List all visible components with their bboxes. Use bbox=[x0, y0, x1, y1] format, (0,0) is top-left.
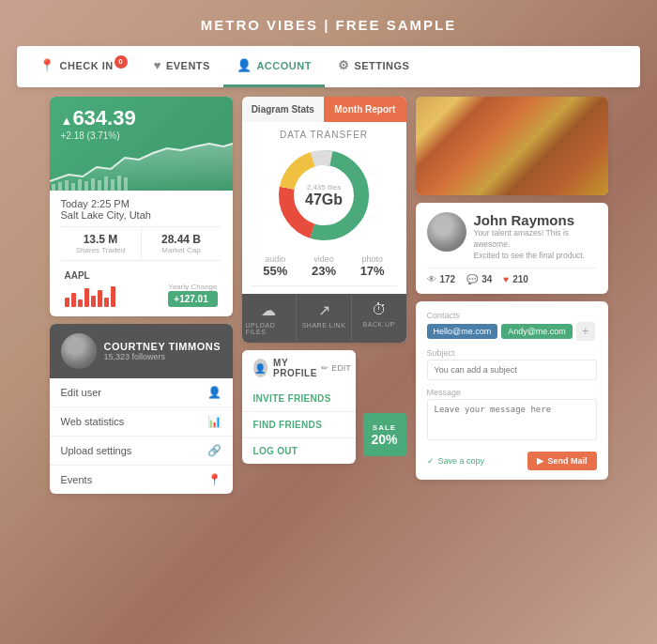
tabs-card: Diagram Stats Month Report DATA TRANSFER bbox=[242, 97, 406, 343]
svg-rect-9 bbox=[104, 176, 108, 191]
stock-price: ▲634.39 bbox=[61, 106, 222, 130]
contacts-row: Hello@me.com Andy@me.com + bbox=[427, 322, 597, 341]
profile-header: 👤 MY PROFILE ✏ EDIT bbox=[242, 350, 356, 386]
nav-item-checkin[interactable]: 📍 CHECK IN 0 bbox=[26, 46, 141, 87]
action-buttons: ☁ UPLOAD FILES ↗ SHARE LINK ⏱ BACK UP bbox=[242, 294, 406, 343]
stock-location: Today 2:25 PM Salt Lake City, Utah bbox=[61, 198, 222, 221]
contact-tag-andy[interactable]: Andy@me.com bbox=[501, 324, 573, 339]
stock-bar-area: AAPL Yearly Change bbox=[61, 268, 222, 309]
stock-metric-cap: 28.44 B Market Cap bbox=[142, 227, 222, 260]
yearly-change: +127.01 bbox=[168, 291, 217, 307]
svg-rect-12 bbox=[124, 177, 128, 191]
add-contact-button[interactable]: + bbox=[576, 322, 595, 341]
mid-bottom: 👤 MY PROFILE ✏ EDIT INVITE FRIENDS FIND … bbox=[242, 350, 406, 464]
menu-upload-settings[interactable]: Upload settings 🔗 bbox=[50, 437, 233, 466]
svg-rect-3 bbox=[65, 180, 69, 191]
chart-svg bbox=[50, 139, 233, 191]
john-avatar bbox=[427, 212, 466, 252]
profile-card: 👤 MY PROFILE ✏ EDIT INVITE FRIENDS FIND … bbox=[242, 350, 356, 464]
tab-diagram-stats[interactable]: Diagram Stats bbox=[242, 97, 325, 122]
menu-web-statistics[interactable]: Web statistics 📊 bbox=[50, 407, 233, 437]
nav-label-events: EVENTS bbox=[166, 60, 210, 71]
svg-rect-2 bbox=[58, 182, 62, 191]
find-friends-item[interactable]: FIND FRIENDS bbox=[242, 412, 356, 438]
nav-item-events[interactable]: ♥ EVENTS bbox=[141, 46, 223, 87]
yearly-label: Yearly Change bbox=[168, 283, 217, 291]
user-header: COURTNEY TIMMONS 15,323 followers bbox=[50, 324, 233, 378]
svg-rect-4 bbox=[71, 183, 75, 191]
upload-files-btn[interactable]: ☁ UPLOAD FILES bbox=[242, 294, 298, 343]
edit-button[interactable]: ✏ EDIT bbox=[321, 363, 351, 373]
john-name: John Raymons bbox=[474, 212, 597, 228]
nav-item-settings[interactable]: ⚙ SETTINGS bbox=[325, 46, 423, 87]
location-icon: 📍 bbox=[39, 58, 55, 72]
user-icon: 👤 bbox=[237, 58, 252, 72]
profile-icon: 👤 bbox=[253, 359, 268, 377]
pencil-icon: ✏ bbox=[321, 363, 328, 373]
subject-input[interactable] bbox=[427, 360, 597, 380]
nav-label-settings: SETTINGS bbox=[354, 60, 409, 71]
decorative-image bbox=[416, 97, 608, 195]
invite-friends-item[interactable]: INVITE FRIENDS bbox=[242, 386, 356, 412]
checkmark-icon: ✓ bbox=[427, 456, 435, 466]
save-copy-checkbox[interactable]: ✓ Save a copy bbox=[427, 456, 485, 466]
heart-icon: ♥ bbox=[154, 58, 161, 72]
pie-label: 2,435 files 47Gb bbox=[305, 183, 343, 208]
bar-chart bbox=[65, 281, 115, 307]
john-description: Your talent amazes! This is awesome.Exci… bbox=[474, 228, 597, 262]
user-followers: 15,323 followers bbox=[104, 352, 222, 361]
checkin-badge: 0 bbox=[115, 55, 128, 69]
send-mail-button[interactable]: ▶ Send Mail bbox=[527, 452, 596, 470]
user-menu-icon: 👤 bbox=[207, 386, 222, 399]
nav-label-checkin: CHECK IN bbox=[60, 60, 114, 71]
backup-btn[interactable]: ⏱ BACK UP bbox=[352, 294, 406, 343]
svg-rect-6 bbox=[84, 181, 88, 191]
nav-bar: 📍 CHECK IN 0 ♥ EVENTS 👤 ACCOUNT ⚙ SETTIN… bbox=[17, 46, 640, 87]
link-icon: 🔗 bbox=[207, 444, 222, 457]
eye-icon: 👁 bbox=[427, 274, 436, 284]
stock-card: ▲634.39 +2.18 (3.71%) bbox=[50, 97, 233, 316]
gear-icon: ⚙ bbox=[338, 58, 350, 72]
mid-column: Diagram Stats Month Report DATA TRANSFER bbox=[242, 97, 406, 494]
my-profile-label: MY PROFILE bbox=[273, 358, 321, 378]
contact-form-card: Contacts Hello@me.com Andy@me.com + Subj… bbox=[416, 301, 608, 480]
message-textarea[interactable] bbox=[427, 399, 597, 440]
contacts-label: Contacts bbox=[427, 311, 597, 320]
data-transfer-title: DATA TRANSFER bbox=[252, 130, 397, 140]
main-container: ▲634.39 +2.18 (3.71%) bbox=[0, 97, 657, 494]
upload-icon: ☁ bbox=[261, 301, 276, 319]
heart-filled-icon: ♥ bbox=[503, 274, 509, 284]
tabs-header: Diagram Stats Month Report bbox=[242, 97, 406, 122]
pin-icon: 📍 bbox=[207, 473, 222, 486]
sale-badge: SALE 20% bbox=[363, 413, 406, 456]
stock-info: Today 2:25 PM Salt Lake City, Utah 13.5 … bbox=[50, 191, 233, 316]
nav-item-account[interactable]: 👤 ACCOUNT bbox=[223, 46, 325, 87]
page-title: METRO VIBES | FREE SAMPLE bbox=[0, 0, 657, 46]
stat-comments: 💬 34 bbox=[466, 274, 492, 284]
svg-rect-5 bbox=[78, 179, 82, 191]
logout-item[interactable]: LOG OUT bbox=[242, 438, 356, 464]
svg-rect-1 bbox=[52, 184, 55, 191]
pie-stats: audio 55% video 23% photo 17% bbox=[252, 251, 397, 286]
right-column: John Raymons Your talent amazes! This is… bbox=[416, 97, 608, 494]
tab-month-report[interactable]: Month Report bbox=[324, 97, 406, 122]
menu-events[interactable]: Events 📍 bbox=[50, 466, 233, 494]
stat-likes: ♥ 210 bbox=[503, 274, 528, 284]
profile-stats: 👁 172 💬 34 ♥ 210 bbox=[427, 268, 597, 284]
contact-tag-hello[interactable]: Hello@me.com bbox=[427, 324, 498, 339]
tabs-content: DATA TRANSFER 2,435 file bbox=[242, 122, 406, 294]
svg-marker-0 bbox=[50, 144, 233, 191]
stock-metrics: 13.5 M Shares Traded 28.44 B Market Cap bbox=[61, 226, 222, 261]
stock-ticker: AAPL bbox=[65, 270, 115, 281]
nav-label-account: ACCOUNT bbox=[256, 60, 312, 71]
pie-stat-photo: photo 17% bbox=[360, 254, 385, 278]
share-icon: ↗ bbox=[318, 301, 330, 319]
share-link-btn[interactable]: ↗ SHARE LINK bbox=[297, 294, 352, 343]
pie-stat-audio: audio 55% bbox=[263, 254, 287, 278]
user-card: COURTNEY TIMMONS 15,323 followers Edit u… bbox=[50, 324, 233, 494]
pie-stat-video: video 23% bbox=[312, 254, 336, 278]
profile-info-header: John Raymons Your talent amazes! This is… bbox=[427, 212, 597, 262]
profile-name-area: 👤 MY PROFILE bbox=[253, 358, 322, 378]
profile-info-card: John Raymons Your talent amazes! This is… bbox=[416, 203, 608, 294]
menu-edit-user[interactable]: Edit user 👤 bbox=[50, 378, 233, 407]
